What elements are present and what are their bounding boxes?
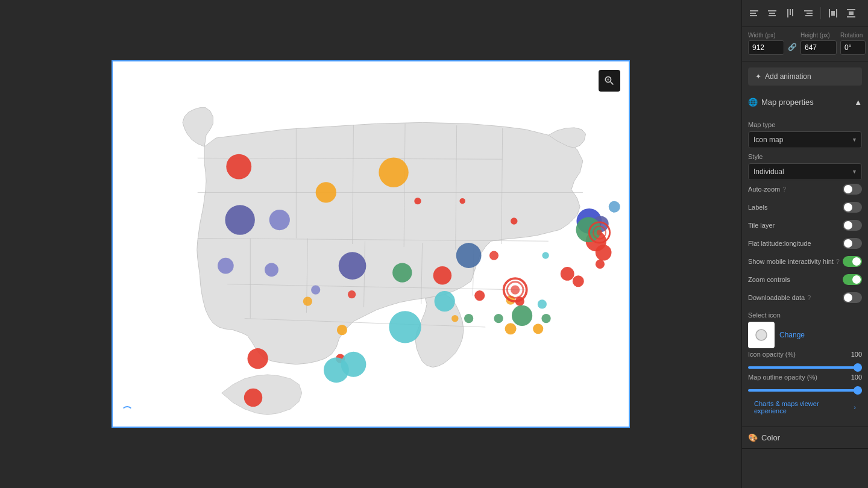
zoom-controls-toggle[interactable] xyxy=(843,274,862,285)
icon-opacity-section: Icon opacity (%) 100 xyxy=(748,351,862,371)
svg-rect-86 xyxy=(847,16,855,17)
svg-point-36 xyxy=(456,243,482,268)
svg-point-25 xyxy=(414,198,421,204)
map-outline-opacity-slider[interactable] xyxy=(748,389,862,392)
rotation-input[interactable] xyxy=(840,40,866,55)
svg-rect-75 xyxy=(787,9,788,17)
svg-point-41 xyxy=(609,201,620,213)
svg-point-87 xyxy=(756,330,767,340)
align-right-icon[interactable] xyxy=(800,5,817,22)
style-label: Style xyxy=(748,153,862,160)
color-section: 🎨 Color xyxy=(742,427,868,449)
mobile-hint-toggle[interactable] xyxy=(843,256,862,267)
zoom-controls-label: Zoom controls xyxy=(748,276,790,283)
svg-rect-85 xyxy=(849,11,854,15)
icon-opacity-value: 100 xyxy=(851,351,862,358)
map-type-select-wrapper: Icon map Bubble map Choropleth map xyxy=(748,131,862,148)
svg-point-55 xyxy=(541,314,550,323)
distribute-h-icon[interactable] xyxy=(825,5,841,22)
svg-point-21 xyxy=(596,260,605,269)
mobile-hint-help-icon[interactable]: ? xyxy=(836,258,840,265)
map-container xyxy=(112,60,630,428)
link-icon: 🔗 xyxy=(788,43,797,55)
flat-latlong-row: Flat latitude:longitude xyxy=(748,234,862,252)
height-label: Height (px) xyxy=(800,32,837,39)
tile-layer-toggle[interactable] xyxy=(843,220,862,231)
loading-indicator xyxy=(121,406,133,418)
svg-rect-70 xyxy=(750,13,756,14)
svg-rect-84 xyxy=(847,9,855,10)
map-zoom-button[interactable] xyxy=(599,70,620,92)
svg-rect-72 xyxy=(768,10,776,11)
add-animation-button[interactable]: ✦ Add animation xyxy=(748,67,862,86)
zoom-icon xyxy=(603,75,615,87)
rotation-field: Rotation xyxy=(840,32,866,55)
icon-opacity-slider[interactable] xyxy=(748,366,862,369)
svg-rect-78 xyxy=(804,10,813,11)
svg-rect-77 xyxy=(792,9,793,16)
labels-toggle[interactable] xyxy=(843,202,862,213)
map-properties-body: Map type Icon map Bubble map Choropleth … xyxy=(742,113,868,427)
auto-zoom-label: Auto-zoom ? xyxy=(748,186,786,193)
icon-toolbar xyxy=(742,0,868,27)
tile-layer-label: Tile layer xyxy=(748,222,775,229)
icon-opacity-label: Icon opacity (%) xyxy=(748,351,796,358)
svg-point-42 xyxy=(379,157,408,187)
color-palette-icon: 🎨 xyxy=(748,433,758,442)
flat-latlong-toggle[interactable] xyxy=(843,238,862,249)
auto-zoom-row: Auto-zoom ? xyxy=(748,180,862,198)
map-outline-opacity-label: Map outline opacity (%) xyxy=(748,374,817,381)
select-icon-label: Select icon xyxy=(748,311,862,319)
auto-zoom-toggle[interactable] xyxy=(843,184,862,195)
svg-rect-76 xyxy=(790,9,791,15)
svg-point-26 xyxy=(459,198,465,204)
svg-point-30 xyxy=(348,290,356,298)
svg-rect-82 xyxy=(831,11,835,16)
map-properties-icon: 🌐 xyxy=(748,98,758,107)
style-select[interactable]: Individual Grouped xyxy=(748,163,862,180)
width-label: Width (px) xyxy=(748,32,784,39)
svg-rect-69 xyxy=(750,10,758,11)
tile-layer-row: Tile layer xyxy=(748,216,862,234)
auto-zoom-help-icon[interactable]: ? xyxy=(782,186,786,193)
map-outline-opacity-value: 100 xyxy=(851,374,862,381)
external-link-icon: › xyxy=(854,404,856,411)
downloadable-data-toggle[interactable] xyxy=(843,292,862,303)
color-label: Color xyxy=(761,433,780,442)
svg-point-19 xyxy=(561,267,574,281)
change-icon-link[interactable]: Change xyxy=(779,331,805,339)
width-input[interactable] xyxy=(748,40,784,55)
align-top-icon[interactable] xyxy=(782,5,799,22)
mobile-hint-label: Show mobile interactivity hint ? xyxy=(748,258,840,265)
svg-point-32 xyxy=(225,205,254,234)
svg-point-16 xyxy=(226,154,251,180)
labels-label: Labels xyxy=(748,204,767,211)
height-input[interactable] xyxy=(800,40,837,55)
svg-point-38 xyxy=(218,258,234,274)
animation-icon: ✦ xyxy=(755,72,761,81)
downloadable-help-icon[interactable]: ? xyxy=(807,294,811,301)
align-left-icon[interactable] xyxy=(746,5,763,22)
align-center-icon[interactable] xyxy=(764,5,781,22)
svg-point-33 xyxy=(269,210,290,230)
width-field: Width (px) xyxy=(748,32,784,55)
svg-point-60 xyxy=(538,299,547,308)
labels-row: Labels xyxy=(748,198,862,216)
svg-point-27 xyxy=(511,217,517,224)
svg-point-20 xyxy=(573,275,584,287)
color-section-header[interactable]: 🎨 Color xyxy=(742,427,868,448)
map-properties-label: Map properties xyxy=(761,98,814,107)
svg-point-67 xyxy=(244,389,262,407)
map-type-select[interactable]: Icon map Bubble map Choropleth map xyxy=(748,131,862,148)
charts-link-text: Charts & maps viewer experience xyxy=(754,400,851,414)
distribute-v-icon[interactable] xyxy=(843,5,860,22)
circle-icon xyxy=(755,328,768,342)
svg-rect-71 xyxy=(750,15,757,16)
icon-preview xyxy=(748,322,775,348)
svg-point-18 xyxy=(596,245,612,261)
map-properties-header[interactable]: 🌐 Map properties ▲ xyxy=(742,92,868,113)
svg-point-54 xyxy=(392,263,412,282)
charts-maps-link[interactable]: Charts & maps viewer experience › xyxy=(748,394,862,421)
svg-rect-80 xyxy=(805,15,813,16)
svg-point-43 xyxy=(316,182,336,202)
